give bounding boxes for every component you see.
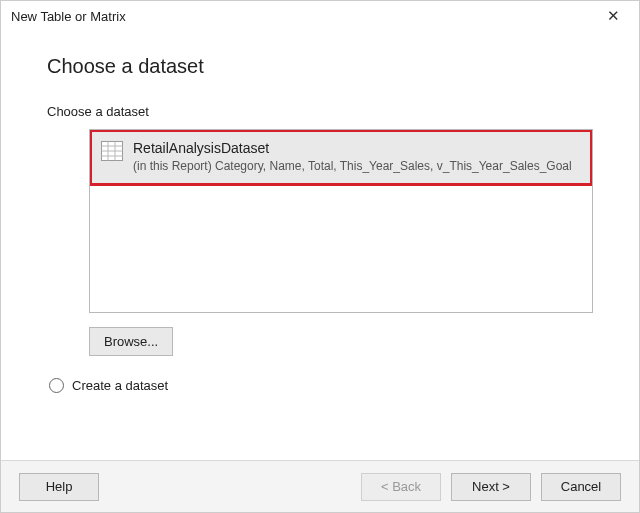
create-dataset-option[interactable]: Create a dataset (49, 378, 599, 393)
dataset-area: RetailAnalysisDataset (in this Report) C… (89, 129, 593, 356)
window-title: New Table or Matrix (11, 9, 126, 24)
browse-button[interactable]: Browse... (89, 327, 173, 356)
choose-dataset-label: Choose a dataset (47, 104, 599, 119)
dataset-listbox[interactable]: RetailAnalysisDataset (in this Report) C… (89, 129, 593, 313)
back-button: < Back (361, 473, 441, 501)
cancel-button[interactable]: Cancel (541, 473, 621, 501)
next-button[interactable]: Next > (451, 473, 531, 501)
table-icon (101, 141, 123, 164)
dataset-meta: (in this Report) Category, Name, Total, … (133, 158, 581, 174)
help-button[interactable]: Help (19, 473, 99, 501)
dialog-content: Choose a dataset Choose a dataset Retail… (1, 31, 639, 460)
radio-icon[interactable] (49, 378, 64, 393)
create-dataset-label: Create a dataset (72, 378, 168, 393)
close-icon[interactable]: ✕ (593, 7, 633, 25)
dataset-item-text: RetailAnalysisDataset (in this Report) C… (133, 139, 581, 174)
dialog-footer: Help < Back Next > Cancel (1, 460, 639, 512)
page-heading: Choose a dataset (47, 55, 599, 78)
dataset-item[interactable]: RetailAnalysisDataset (in this Report) C… (90, 130, 592, 185)
titlebar: New Table or Matrix ✕ (1, 1, 639, 31)
dataset-name: RetailAnalysisDataset (133, 139, 581, 157)
